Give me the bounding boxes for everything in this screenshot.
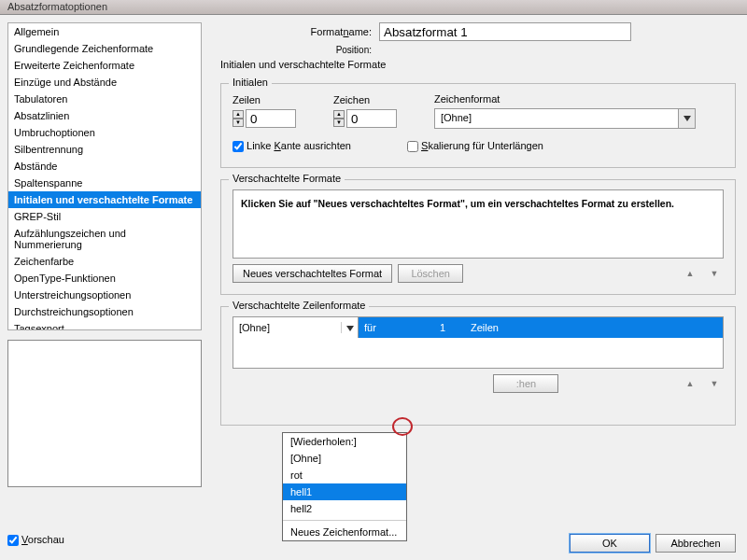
sidebar-item[interactable]: Silbentrennung <box>8 141 201 158</box>
dropdown-item[interactable]: [Ohne] <box>283 450 406 467</box>
nested-hint-box: Klicken Sie auf "Neues verschachteltes F… <box>233 189 724 259</box>
skalierung-checkbox[interactable] <box>407 141 418 152</box>
zeilen-label: Zeilen <box>233 94 296 105</box>
position-label: Position: <box>220 45 379 55</box>
zeilen-spin-up[interactable]: ▲ <box>233 110 244 119</box>
sidebar-item[interactable]: Allgemein <box>8 23 201 40</box>
linke-kante-label: Linke Kante ausrichten <box>247 140 351 151</box>
dropdown-item[interactable]: hell2 <box>283 500 406 517</box>
dropdown-new-format[interactable]: Neues Zeichenformat... <box>283 524 406 540</box>
zeichen-input[interactable] <box>346 109 397 128</box>
ok-button[interactable]: OK <box>570 534 650 553</box>
sidebar-item[interactable]: OpenType-Funktionen <box>8 270 201 287</box>
skalierung-label: Skalierung für Unterlängen <box>421 140 543 151</box>
preview-checkbox[interactable] <box>7 535 19 546</box>
zeichenformat-combo[interactable]: [Ohne] <box>434 108 696 129</box>
sidebar-item[interactable]: Zeichenfarbe <box>8 253 201 270</box>
line-style-count: 1 <box>415 322 471 333</box>
chevron-down-icon <box>341 322 358 333</box>
initialen-legend: Initialen <box>229 77 272 88</box>
line-styles-group: Verschachtelte Zeilenformate [Ohne] für … <box>220 306 736 426</box>
line-style-format-combo[interactable]: [Ohne] <box>233 317 359 338</box>
zeichenformat-label: Zeichenformat <box>434 93 724 105</box>
sidebar-item[interactable]: Aufzählungszeichen und Nummerierung <box>8 225 201 253</box>
sidebar-item[interactable]: GREP-Stil <box>8 208 201 225</box>
sidebar-item[interactable]: Absatzlinien <box>8 107 201 124</box>
sidebar-item[interactable]: Grundlegende Zeichenformate <box>8 40 201 57</box>
linke-kante-checkbox[interactable] <box>233 141 244 152</box>
line-styles-legend: Verschachtelte Zeilenformate <box>229 300 369 311</box>
zeichen-label: Zeichen <box>333 94 397 105</box>
zeichen-spin-up[interactable]: ▲ <box>333 110 345 119</box>
sidebar-item[interactable]: Unterstreichungsoptionen <box>8 287 201 303</box>
formatname-input[interactable] <box>379 22 631 41</box>
sidebar-item[interactable]: Umbruchoptionen <box>8 124 201 141</box>
sidebar-item[interactable]: Erweiterte Zeichenformate <box>8 57 201 74</box>
formatname-label: Formatname: <box>220 26 379 37</box>
dropdown-item[interactable]: rot <box>283 467 406 483</box>
zeilen-input[interactable] <box>246 109 296 128</box>
sidebar-item[interactable]: Durchstreichungsoptionen <box>8 303 201 320</box>
nested-legend: Verschachtelte Formate <box>229 173 345 184</box>
new-nested-format-button[interactable]: Neues verschachteltes Format <box>233 264 392 283</box>
sidebar-item[interactable]: Einzüge und Abstände <box>8 74 201 91</box>
category-list: AllgemeinGrundlegende ZeichenformateErwe… <box>7 22 202 330</box>
dropdown-item[interactable]: [Wiederholen:] <box>283 433 406 450</box>
sidebar-item[interactable]: Initialen und verschachtelte Formate <box>8 191 201 208</box>
sidebar-item[interactable]: Spaltenspanne <box>8 175 201 191</box>
move-down-icon[interactable]: ▼ <box>705 266 724 281</box>
line-move-up-icon[interactable]: ▲ <box>681 376 699 391</box>
sidebar-item[interactable]: Abstände <box>8 158 201 175</box>
initialen-group: Initialen Zeilen ▲ ▼ Zeichen <box>220 83 736 168</box>
delete-line-style-button[interactable]: :hen <box>493 374 558 393</box>
line-style-row[interactable]: [Ohne] für 1 Zeilen <box>233 317 723 338</box>
sidebar-item[interactable]: Tabulatoren <box>8 91 201 107</box>
zeichen-spin-down[interactable]: ▼ <box>333 119 345 127</box>
delete-nested-format-button[interactable]: Löschen <box>398 264 463 283</box>
line-style-through: für <box>359 322 415 333</box>
dropdown-item[interactable]: hell1 <box>283 483 406 500</box>
nested-formats-group: Verschachtelte Formate Klicken Sie auf "… <box>220 179 736 295</box>
line-style-unit: Zeilen <box>471 322 545 333</box>
sidebar-item[interactable]: Tagsexport <box>8 320 201 330</box>
preview-panel <box>7 340 202 487</box>
move-up-icon[interactable]: ▲ <box>681 266 699 281</box>
window-titlebar: Absatzformatoptionen <box>0 0 747 15</box>
chevron-down-icon <box>678 109 695 128</box>
line-move-down-icon[interactable]: ▼ <box>705 376 724 391</box>
zeilen-spin-down[interactable]: ▼ <box>233 119 244 127</box>
section-title: Initialen und verschachtelte Formate <box>220 59 736 70</box>
character-style-dropdown[interactable]: [Wiederholen:][Ohne]rothell1hell2Neues Z… <box>282 432 407 541</box>
cancel-button[interactable]: Abbrechen <box>655 534 736 553</box>
preview-label: Vorschau <box>21 534 64 545</box>
